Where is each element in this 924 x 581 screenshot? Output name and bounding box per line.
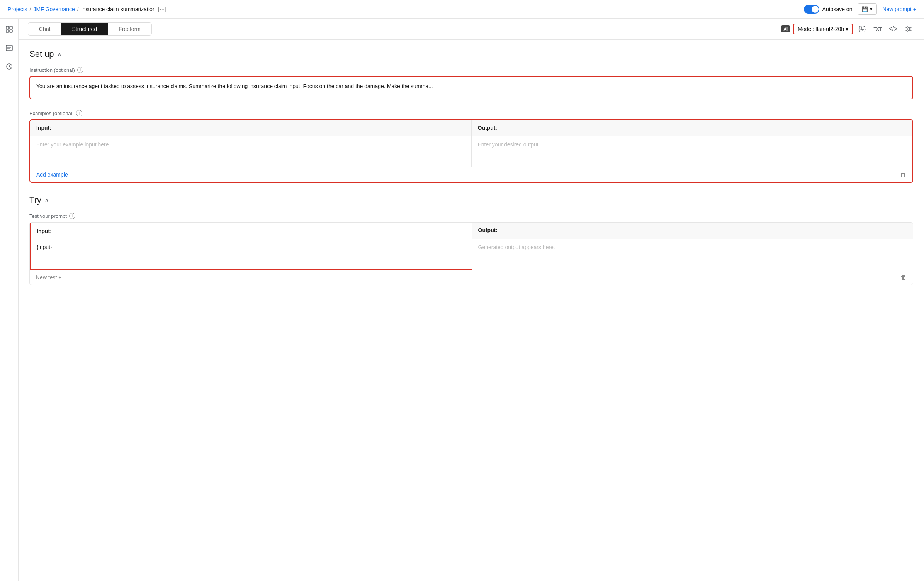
content-area: Set up ∧ Instruction (optional) i You ar… [19, 40, 924, 294]
examples-body: Enter your example input here. Enter you… [30, 136, 912, 167]
save-chevron: ▾ [870, 6, 873, 12]
svg-rect-0 [6, 26, 9, 29]
new-prompt-plus: + [913, 6, 916, 12]
examples-label-row: Examples (optional) i [29, 110, 913, 116]
svg-rect-4 [6, 45, 12, 51]
try-input-cell[interactable]: {input} [30, 239, 472, 270]
svg-point-13 [907, 30, 908, 31]
try-output-header: Output: [472, 223, 913, 239]
examples-output-placeholder: Enter your desired output. [478, 141, 540, 148]
examples-output-cell[interactable]: Enter your desired output. [472, 136, 913, 167]
view-tabs: Chat Structured Freeform [28, 22, 152, 36]
breadcrumb: Projects / JMF Governance / Insurance cl… [8, 6, 166, 13]
main-layout: Chat Structured Freeform AI Model: flan-… [0, 19, 924, 581]
main-content: Chat Structured Freeform AI Model: flan-… [19, 19, 924, 581]
variables-icon-btn[interactable]: {#} [856, 23, 868, 35]
sidebar-icon-grid[interactable] [3, 23, 15, 36]
svg-rect-3 [10, 30, 12, 32]
sep1: / [30, 6, 31, 12]
try-title: Try [29, 195, 41, 205]
tab-structured[interactable]: Structured [61, 23, 108, 35]
delete-test-icon[interactable]: 🗑 [900, 274, 907, 281]
test-prompt-label-row: Test your prompt i [29, 213, 913, 219]
txt-icon: TXT [874, 27, 882, 31]
model-label: Model: flan-ul2-20b [798, 26, 844, 32]
examples-footer: Add example + 🗑 [30, 167, 912, 182]
code-icon-btn[interactable]: </> [887, 23, 899, 35]
jmf-link[interactable]: JMF Governance [33, 6, 75, 12]
txt-icon-btn[interactable]: TXT [871, 23, 884, 35]
model-selector[interactable]: Model: flan-ul2-20b ▾ [793, 24, 853, 34]
settings-icon-btn[interactable] [902, 23, 915, 35]
try-output-cell: Generated output appears here. [472, 239, 913, 270]
top-bar: Projects / JMF Governance / Insurance cl… [0, 0, 924, 19]
svg-rect-2 [6, 30, 9, 32]
setup-section-header[interactable]: Set up ∧ [29, 49, 913, 59]
instruction-text: You are an insurance agent tasked to ass… [36, 83, 433, 89]
dots: [···] [158, 6, 166, 13]
setup-chevron: ∧ [57, 51, 62, 58]
sidebar-icon-prompt[interactable] [3, 42, 15, 54]
examples-input-header-label: Input: [36, 125, 51, 131]
sep2: / [77, 6, 79, 12]
examples-output-header-label: Output: [478, 125, 498, 131]
top-right-actions: Autosave on 💾 ▾ New prompt + [804, 3, 916, 15]
examples-label: Examples (optional) [29, 110, 74, 116]
test-prompt-info-icon[interactable]: i [69, 213, 75, 219]
try-section: Try ∧ Test your prompt i Input: [29, 195, 913, 285]
try-footer: New test + 🗑 [30, 270, 913, 285]
hash-icon: {#} [858, 25, 866, 32]
instruction-section: Instruction (optional) i You are an insu… [29, 67, 913, 99]
new-test-button[interactable]: New test + [36, 274, 62, 280]
save-button[interactable]: 💾 ▾ [858, 3, 877, 15]
instruction-input[interactable]: You are an insurance agent tasked to ass… [29, 76, 913, 99]
ai-badge: AI [781, 25, 790, 32]
try-input-header-label: Input: [37, 228, 52, 234]
instruction-label: Instruction (optional) [29, 67, 75, 73]
try-input-value: {input} [37, 244, 52, 250]
examples-header: Input: Output: [30, 120, 912, 136]
try-output-header-label: Output: [478, 227, 498, 233]
model-chevron: ▾ [846, 26, 848, 32]
setup-title: Set up [29, 49, 54, 59]
examples-info-icon[interactable]: i [76, 110, 82, 116]
try-output-placeholder: Generated output appears here. [478, 244, 555, 250]
svg-rect-1 [10, 26, 12, 29]
add-example-button[interactable]: Add example + [36, 172, 73, 178]
try-header-row: Input: Output: [30, 223, 913, 239]
page-title: Insurance claim summarization [81, 6, 156, 12]
instruction-info-icon[interactable]: i [77, 67, 83, 73]
autosave-toggle[interactable]: Autosave on [804, 5, 853, 14]
code-icon: </> [888, 25, 897, 32]
tab-chat[interactable]: Chat [28, 23, 61, 35]
save-icon: 💾 [862, 6, 868, 12]
autosave-label: Autosave on [822, 6, 853, 12]
delete-example-icon[interactable]: 🗑 [900, 171, 906, 178]
try-body-row: {input} Generated output appears here. [30, 239, 913, 270]
examples-input-placeholder: Enter your example input here. [36, 141, 110, 148]
try-section-header[interactable]: Try ∧ [29, 195, 913, 205]
examples-table: Input: Output: Enter your example input … [29, 119, 913, 183]
autosave-switch[interactable] [804, 5, 819, 14]
sidebar-icon-history[interactable] [3, 60, 15, 73]
toolbar-row: Chat Structured Freeform AI Model: flan-… [19, 19, 924, 40]
projects-link[interactable]: Projects [8, 6, 27, 12]
examples-section: Examples (optional) i Input: Output: [29, 110, 913, 183]
tab-freeform[interactable]: Freeform [108, 23, 151, 35]
svg-point-11 [907, 27, 908, 28]
svg-point-12 [909, 28, 910, 30]
instruction-label-row: Instruction (optional) i [29, 67, 913, 73]
examples-input-header: Input: [30, 120, 472, 136]
try-table: Input: Output: {input} Generated output … [29, 222, 913, 285]
new-prompt-label: New prompt [882, 6, 911, 12]
sidebar [0, 19, 19, 581]
examples-output-header: Output: [472, 120, 913, 136]
try-chevron: ∧ [44, 197, 49, 204]
toolbar-right: AI Model: flan-ul2-20b ▾ {#} TXT </> [781, 23, 915, 35]
test-prompt-label: Test your prompt [29, 213, 67, 219]
examples-input-cell[interactable]: Enter your example input here. [30, 136, 472, 167]
new-prompt-button[interactable]: New prompt + [882, 6, 916, 12]
try-input-header: Input: [30, 223, 472, 239]
